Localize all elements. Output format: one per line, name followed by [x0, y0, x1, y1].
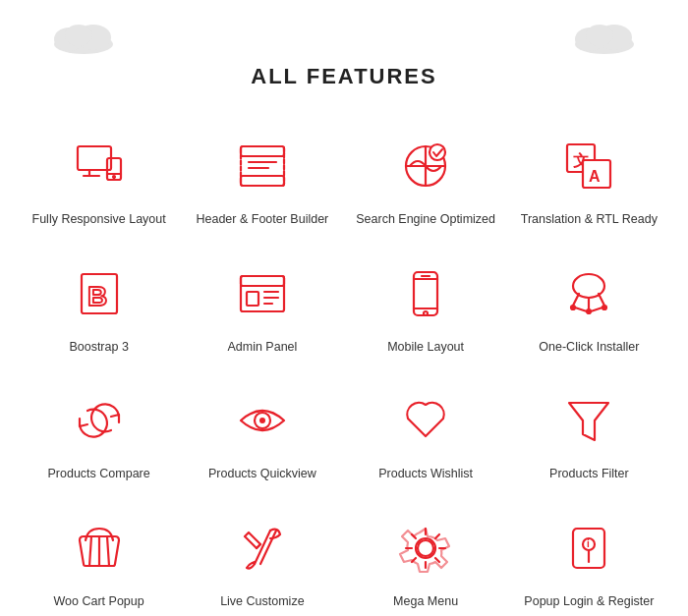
feature-popup-login: i Popup Login & Register	[510, 501, 668, 617]
mobile-icon	[390, 258, 461, 329]
feature-header-footer: Header & Footer Builder	[183, 119, 341, 237]
popup-login-label: Popup Login & Register	[524, 593, 654, 611]
fully-responsive-icon	[64, 131, 135, 201]
filter-label: Products Filter	[549, 466, 629, 483]
svg-line-43	[599, 294, 604, 306]
feature-filter: Products Filter	[510, 373, 668, 491]
products-compare-label: Products Compare	[48, 466, 150, 483]
svg-point-13	[113, 176, 115, 178]
svg-rect-16	[241, 176, 284, 186]
svg-point-50	[259, 418, 265, 423]
feature-mega-menu: Mega Menu	[347, 501, 505, 617]
products-compare-icon	[64, 385, 135, 456]
feature-wishlist: Products Wishlist	[347, 373, 505, 491]
cart-label: Woo Cart Popup	[54, 593, 144, 611]
mega-menu-icon	[390, 513, 461, 584]
admin-icon	[227, 258, 298, 329]
translation-icon: 文 A	[553, 131, 624, 201]
one-click-label: One-Click Installer	[539, 339, 639, 357]
cloud-right-icon	[570, 20, 639, 54]
feature-products-compare: Products Compare	[20, 373, 178, 491]
svg-point-22	[430, 144, 445, 160]
svg-line-47	[575, 308, 587, 311]
header-footer-label: Header & Footer Builder	[196, 211, 328, 229]
svg-text:B: B	[87, 281, 107, 311]
svg-text:i: i	[587, 538, 590, 549]
svg-rect-30	[241, 276, 284, 286]
customize-label: Live Customize	[220, 593, 304, 611]
svg-text:A: A	[589, 168, 601, 185]
feature-bootstrap: B Boostrap 3	[20, 247, 178, 364]
feature-translation: 文 A Translation & RTL Ready	[510, 119, 668, 237]
feature-fully-responsive: Fully Responsive Layout	[20, 119, 178, 237]
svg-line-48	[591, 308, 602, 311]
cart-icon	[64, 513, 135, 584]
customize-icon	[227, 513, 298, 584]
bootstrap-label: Boostrap 3	[69, 339, 128, 357]
features-grid: Fully Responsive Layout Header & Footer …	[20, 119, 668, 616]
svg-marker-51	[569, 403, 608, 440]
svg-point-38	[424, 311, 428, 315]
page-title: ALL FEATURES	[20, 64, 668, 89]
mobile-label: Mobile Layout	[387, 339, 464, 357]
mega-menu-label: Mega Menu	[393, 593, 458, 611]
clouds-decoration	[20, 20, 668, 54]
quickview-label: Products Quickview	[208, 466, 316, 483]
admin-label: Admin Panel	[227, 339, 297, 357]
popup-login-icon: i	[553, 513, 624, 584]
svg-point-3	[65, 25, 92, 46]
bootstrap-icon: B	[64, 258, 135, 329]
svg-line-66	[435, 534, 439, 538]
seo-label: Search Engine Optimized	[356, 211, 495, 229]
seo-icon	[390, 131, 461, 201]
svg-point-7	[586, 25, 613, 46]
filter-icon	[553, 385, 624, 456]
svg-line-57	[257, 544, 260, 548]
quickview-icon	[227, 385, 298, 456]
feature-seo: Search Engine Optimized	[347, 119, 505, 237]
translation-label: Translation & RTL Ready	[521, 211, 658, 229]
wishlist-icon	[390, 385, 461, 456]
wishlist-label: Products Wishlist	[378, 466, 473, 483]
feature-quickview: Products Quickview	[183, 373, 341, 491]
svg-point-58	[418, 540, 433, 556]
svg-rect-31	[247, 292, 258, 306]
one-click-icon	[553, 258, 624, 329]
feature-mobile: Mobile Layout	[347, 247, 505, 364]
svg-rect-15	[241, 146, 284, 156]
cloud-left-icon	[49, 20, 118, 54]
fully-responsive-label: Fully Responsive Layout	[32, 211, 166, 229]
svg-rect-14	[241, 146, 284, 186]
svg-line-52	[89, 536, 91, 566]
feature-admin: Admin Panel	[183, 247, 341, 364]
feature-cart: Woo Cart Popup	[20, 501, 178, 617]
feature-one-click: One-Click Installer	[510, 247, 668, 364]
svg-line-41	[573, 294, 579, 306]
svg-line-67	[412, 558, 416, 562]
svg-line-54	[107, 536, 109, 566]
feature-customize: Live Customize	[183, 501, 341, 617]
header-footer-icon	[227, 131, 298, 201]
